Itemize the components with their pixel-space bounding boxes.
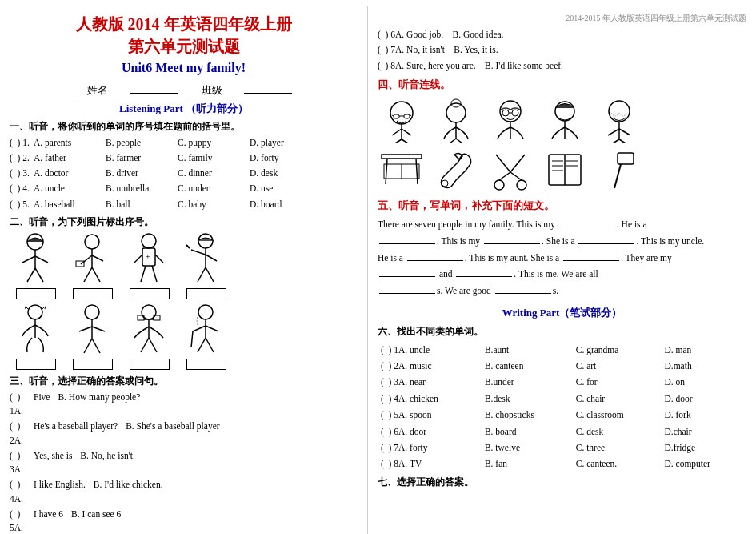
svg-line-23 [186, 245, 190, 248]
s3q4: ( ) 4A. I like English. B. I'd like chic… [10, 478, 358, 506]
svg-line-32 [92, 327, 105, 331]
svg-point-29 [85, 305, 99, 319]
svg-line-31 [79, 327, 92, 331]
section5-header: 五、听音，写单词，补充下面的短文。 [378, 199, 746, 213]
svg-point-48 [390, 102, 413, 124]
svg-line-8 [81, 255, 92, 264]
svg-line-71 [608, 129, 619, 135]
section4-bottom-row [378, 148, 746, 192]
svg-rect-49 [394, 114, 399, 118]
svg-point-84 [494, 180, 504, 190]
svg-text:+: + [146, 252, 150, 261]
svg-point-63 [502, 110, 509, 116]
main-title-line2: 第六单元测试题 [10, 35, 358, 58]
img2-container [66, 232, 118, 299]
main-title-line1: 人教版 2014 年英语四年级上册 [10, 13, 358, 35]
svg-line-34 [92, 339, 100, 353]
svg-point-41 [198, 305, 213, 319]
svg-point-83 [517, 180, 526, 190]
face-glasses-man [378, 95, 426, 143]
figure-girl-pigtails [10, 303, 62, 359]
listening-header: Listening Part （听力部分） [10, 102, 358, 116]
svg-line-47 [191, 331, 193, 347]
answer-row-7: ( ) 7A. No, it isn't B. Yes, it is. [378, 42, 746, 57]
svg-line-55 [395, 139, 402, 143]
svg-line-44 [206, 326, 218, 331]
svg-line-56 [402, 139, 408, 143]
svg-line-85 [510, 172, 522, 180]
svg-line-86 [499, 172, 510, 180]
s3q5: ( ) 5A. I have 6 B. I can see 6 [10, 508, 358, 534]
s6-q4: ( ) 4A. chicken B.desk C. chair D. door [378, 391, 746, 407]
svg-line-46 [206, 338, 214, 352]
s6-q6: ( ) 6A. door B. board C. desk D.chair [378, 424, 746, 440]
s3q2: ( ) 2A. He's a baseball player? B. She's… [10, 420, 358, 448]
img8-container [180, 303, 232, 370]
svg-line-74 [619, 139, 626, 143]
q5: ( ) 5. A. baseball B. ball C. baby D. bo… [10, 198, 358, 211]
svg-line-82 [496, 155, 510, 172]
svg-line-72 [619, 129, 630, 135]
svg-line-2 [22, 256, 35, 263]
img5-container [10, 303, 62, 370]
section2-images-row2 [10, 303, 358, 370]
svg-line-10 [92, 255, 103, 261]
answer-box6 [73, 359, 113, 370]
s6-q3: ( ) 3A. near B.under C. for D. on [378, 374, 746, 390]
svg-point-80 [442, 180, 448, 187]
svg-point-64 [512, 110, 518, 116]
svg-point-6 [85, 235, 99, 249]
svg-line-95 [614, 164, 621, 188]
s6-q7: ( ) 7A. forty B. twelve C. three D.fridg… [378, 440, 746, 456]
answer-box1 [16, 288, 56, 299]
name-blank [130, 93, 178, 94]
q2: ( ) 2. A. father B. farmer C. family D. … [10, 151, 358, 165]
page: 人教版 2014 年英语四年级上册 第六单元测试题 Unit6 Meet my … [0, 0, 756, 534]
svg-rect-9 [76, 261, 84, 267]
object-book [541, 148, 589, 192]
svg-line-11 [84, 267, 92, 282]
s6-q5: ( ) 5A. spoon B. chopsticks C. classroom… [378, 407, 746, 423]
answer-box3 [130, 288, 170, 299]
svg-line-73 [613, 139, 619, 143]
object-hammer [595, 148, 643, 192]
answer-box8 [186, 359, 226, 370]
svg-line-76 [386, 159, 387, 184]
svg-line-81 [510, 155, 525, 172]
s3q1: ( ) 1A. Five B. How many people? [10, 391, 358, 419]
svg-rect-75 [382, 155, 422, 159]
answer-box4 [186, 288, 226, 299]
face-woman-bun [432, 95, 480, 143]
img7-container [123, 303, 175, 370]
top-right-header: 2014-2015 年人教版英语四年级上册第六单元测试题 [378, 13, 746, 24]
unit-title: Unit6 Meet my family! [10, 58, 358, 78]
section3-title: 三、听音，选择正确的答案或问句。 [10, 375, 358, 388]
img3-container: + [123, 232, 175, 299]
q1: ( ) 1. A. parents B. people C. puppy D. … [10, 136, 358, 150]
answer-rows: ( ) 6A. Good job. B. Good idea. ( ) 7A. … [378, 27, 746, 73]
svg-point-27 [28, 305, 42, 319]
img4-container [180, 232, 232, 299]
svg-line-39 [141, 338, 149, 352]
svg-line-26 [206, 267, 214, 282]
svg-line-5 [35, 268, 43, 282]
section6-table: ( ) 1A. uncle B.aunt C. grandma D. man (… [378, 342, 746, 472]
right-column: 2014-2015 年人教版英语四年级上册第六单元测试题 ( ) 6A. Goo… [368, 6, 756, 534]
svg-line-53 [392, 129, 402, 135]
writing-part-header: Writing Part（笔试部分） [378, 306, 746, 320]
section4-header: 四、听音连线。 [378, 78, 746, 92]
svg-line-43 [193, 326, 206, 331]
figure-baseball-player [180, 232, 232, 288]
section1-questions: ( ) 1. A. parents B. people C. puppy D. … [10, 136, 358, 211]
svg-rect-50 [404, 114, 410, 118]
svg-line-61 [456, 139, 462, 143]
class-label: 班级 [188, 83, 236, 98]
section4-top-row [378, 95, 746, 143]
figure-briefcase [66, 232, 118, 288]
svg-line-77 [416, 159, 418, 184]
svg-line-33 [84, 339, 92, 353]
q3: ( ) 3. A. doctor B. driver C. dinner D. … [10, 167, 358, 180]
answer-row-8: ( ) 8A. Sure, here you are. B. I'd like … [378, 58, 746, 73]
title-area: 人教版 2014 年英语四年级上册 第六单元测试题 Unit6 Meet my … [10, 13, 358, 78]
img6-container [66, 303, 118, 370]
